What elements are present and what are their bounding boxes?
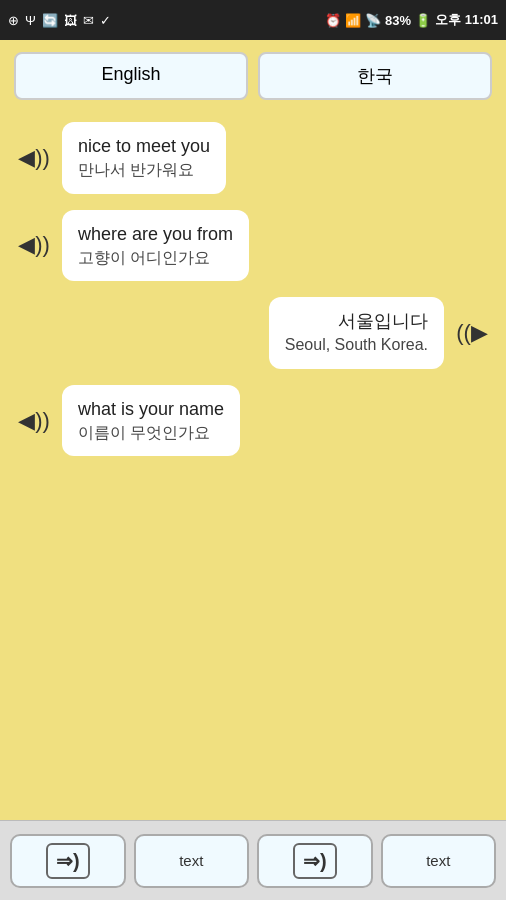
bubble-2-line2: 고향이 어디인가요	[78, 247, 233, 269]
right-text-button[interactable]: text	[381, 834, 497, 888]
bubble-4: what is your name 이름이 무엇인가요	[62, 385, 240, 457]
english-lang-button[interactable]: English	[14, 52, 248, 100]
sound-icon-4[interactable]: ◀))	[14, 408, 54, 434]
sound-icon-3[interactable]: ((▶	[452, 320, 492, 346]
app-container: English 한국 ◀)) nice to meet you 만나서 반가워요…	[0, 40, 506, 900]
status-icons: ⊕ Ψ 🔄 🖼 ✉ ✓	[8, 13, 111, 28]
usb-icon: Ψ	[25, 13, 36, 28]
left-text-button[interactable]: text	[134, 834, 250, 888]
korean-lang-button[interactable]: 한국	[258, 52, 492, 100]
bubble-1-line1: nice to meet you	[78, 134, 210, 159]
bubble-2-line1: where are you from	[78, 222, 233, 247]
message-row-2: ◀)) where are you from 고향이 어디인가요	[14, 210, 492, 282]
battery-icon: 🔋	[415, 13, 431, 28]
bubble-2: where are you from 고향이 어디인가요	[62, 210, 249, 282]
alarm-icon: ⏰	[325, 13, 341, 28]
bubble-1: nice to meet you 만나서 반가워요	[62, 122, 226, 194]
wifi-icon: 📶	[345, 13, 361, 28]
message-row-3: ((▶ 서울입니다 Seoul, South Korea.	[14, 297, 492, 369]
sound-icon-1[interactable]: ◀))	[14, 145, 54, 171]
mail-icon: ✉	[83, 13, 94, 28]
time: 오후 11:01	[435, 11, 498, 29]
right-arrow-button[interactable]: ⇒)	[257, 834, 373, 888]
image-icon: 🖼	[64, 13, 77, 28]
right-arrow-icon: ⇒)	[293, 843, 337, 879]
sound-icon-2[interactable]: ◀))	[14, 232, 54, 258]
bubble-3-line2: Seoul, South Korea.	[285, 334, 428, 356]
sync-icon: 🔄	[42, 13, 58, 28]
chat-area: ◀)) nice to meet you 만나서 반가워요 ◀)) where …	[0, 112, 506, 820]
language-bar: English 한국	[0, 40, 506, 112]
bottom-bar: ⇒) text ⇒) text	[0, 820, 506, 900]
bubble-3: 서울입니다 Seoul, South Korea.	[269, 297, 444, 369]
bubble-3-line1: 서울입니다	[285, 309, 428, 334]
left-arrow-button[interactable]: ⇒)	[10, 834, 126, 888]
status-right: ⏰ 📶 📡 83% 🔋 오후 11:01	[325, 11, 498, 29]
bubble-4-line2: 이름이 무엇인가요	[78, 422, 224, 444]
message-row-1: ◀)) nice to meet you 만나서 반가워요	[14, 122, 492, 194]
check-icon: ✓	[100, 13, 111, 28]
battery-text: 83%	[385, 13, 411, 28]
left-arrow-icon: ⇒)	[46, 843, 90, 879]
bubble-1-line2: 만나서 반가워요	[78, 159, 210, 181]
status-bar: ⊕ Ψ 🔄 🖼 ✉ ✓ ⏰ 📶 📡 83% 🔋 오후 11:01	[0, 0, 506, 40]
message-row-4: ◀)) what is your name 이름이 무엇인가요	[14, 385, 492, 457]
signal-icon: 📡	[365, 13, 381, 28]
add-icon: ⊕	[8, 13, 19, 28]
bubble-4-line1: what is your name	[78, 397, 224, 422]
